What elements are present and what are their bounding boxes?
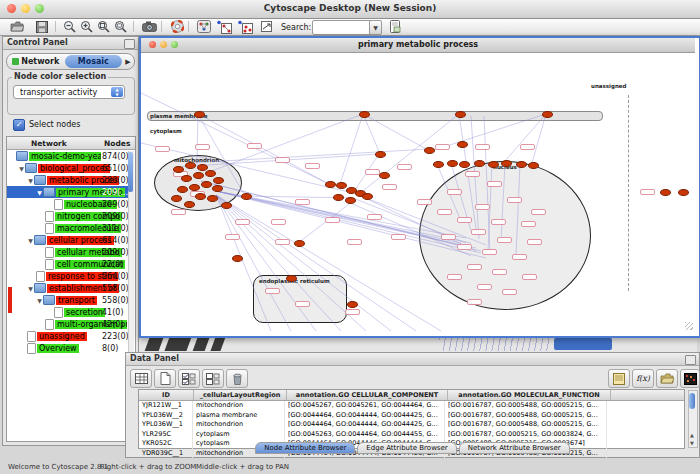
graph-node[interactable] xyxy=(333,194,344,201)
table-cell[interactable]: [GO:0016787, GO:0005488, GO:0005215, G..… xyxy=(445,401,607,411)
hide-selected-nodes-icon[interactable] xyxy=(236,19,254,34)
table-cell[interactable]: cytoplasm xyxy=(193,430,285,440)
graph-node[interactable] xyxy=(325,181,336,188)
network-canvas[interactable]: plasma membrane cytoplasm mitochondrion … xyxy=(141,53,695,332)
open-file-icon[interactable] xyxy=(8,19,26,34)
tree-row-cellular-process[interactable]: ▼cellular process614(0) xyxy=(7,234,129,246)
graph-node[interactable] xyxy=(678,189,689,196)
table-cell[interactable]: YJR121W__1 xyxy=(139,401,193,411)
table-cell[interactable]: YPL036W__2 xyxy=(139,411,193,421)
tree-expander-icon[interactable]: ▼ xyxy=(36,189,43,196)
create-attribute-icon[interactable] xyxy=(154,369,176,388)
table-scrollbar[interactable]: ▲ ▼ xyxy=(688,390,698,448)
table-cell[interactable]: plasma membrane xyxy=(193,411,285,421)
graph-node[interactable] xyxy=(457,141,468,148)
graph-node[interactable] xyxy=(528,162,539,169)
graph-node[interactable] xyxy=(213,177,224,184)
column-header-3[interactable]: annotation.GO MOLECULAR_FUNCTION xyxy=(448,390,611,400)
table-scrollbar-thumb[interactable] xyxy=(689,393,695,409)
network-window-titlebar[interactable]: primary metabolic process xyxy=(141,38,695,53)
graph-node[interactable] xyxy=(173,166,184,173)
tree-row-macromolecule[interactable]: macromolecule311(0) xyxy=(7,222,129,234)
tree-row-establishment-of-lo[interactable]: ▼establishment of lo558(0) xyxy=(7,282,129,294)
matrix-view-icon[interactable] xyxy=(680,369,700,388)
tab-network-attribute-browser[interactable]: Network Attribute Browser xyxy=(459,442,570,454)
graph-node[interactable] xyxy=(193,172,204,179)
tree-scrollbar-thumb[interactable] xyxy=(128,152,133,192)
graph-node[interactable] xyxy=(212,185,223,192)
graph-node[interactable] xyxy=(205,170,216,177)
tree-row-unassigned[interactable]: unassigned223(0) xyxy=(7,330,129,342)
graph-node[interactable] xyxy=(194,111,205,118)
notepad-icon[interactable] xyxy=(608,369,630,388)
tree-row-response-to-stimul[interactable]: response to stimul264(0) xyxy=(7,270,129,282)
table-cell[interactable]: [GO:0044464, GO:0044444, GO:0044425, G..… xyxy=(285,411,445,421)
tabs-overflow-arrow[interactable]: ▶ xyxy=(122,58,134,66)
graph-node[interactable] xyxy=(171,195,182,202)
save-session-icon[interactable] xyxy=(33,19,51,34)
column-header-1[interactable]: _cellularLayoutRegion xyxy=(194,390,287,400)
column-header-0[interactable]: ID xyxy=(139,390,194,400)
tree-row-overview[interactable]: Overview8(0) xyxy=(7,342,129,354)
tree-row-cell-communicat[interactable]: cell communicat22(0) xyxy=(7,258,129,270)
graph-node[interactable] xyxy=(359,111,370,118)
hide-selected-edges-icon[interactable] xyxy=(215,19,233,34)
import-attributes-icon[interactable] xyxy=(656,369,678,388)
snapshot-camera-icon[interactable] xyxy=(140,19,158,34)
graph-node[interactable] xyxy=(345,197,356,204)
zoom-out-icon[interactable] xyxy=(60,19,78,34)
float-panel-icon[interactable] xyxy=(685,355,696,365)
table-row[interactable]: YLR295Ccytoplasm[GO:0045263, GO:0044464,… xyxy=(139,430,684,440)
graph-node[interactable] xyxy=(232,255,243,262)
graph-node[interactable] xyxy=(181,175,192,182)
graph-node[interactable] xyxy=(375,151,386,158)
select-node-attributes-icon[interactable] xyxy=(178,369,200,388)
table-cell[interactable]: [GO:0044464, GO:0044444, GO:0044425, G..… xyxy=(285,420,445,430)
search-dropdown-button[interactable]: ▼ xyxy=(369,20,382,35)
delete-attribute-icon[interactable] xyxy=(226,369,248,388)
graph-node[interactable] xyxy=(195,193,206,200)
tree-expander-icon[interactable]: ▼ xyxy=(36,297,43,304)
tree-row-primary-metabo[interactable]: ▼primary metabo209(... xyxy=(7,186,129,198)
table-cell[interactable]: YPL036W__1 xyxy=(139,420,193,430)
tree-row-multi-organism-pro[interactable]: multi-organism pro42(0) xyxy=(7,318,129,330)
graph-node[interactable] xyxy=(207,195,218,202)
table-row[interactable]: YPL036W__2plasma membrane[GO:0044464, GO… xyxy=(139,411,684,421)
tree-expander-icon[interactable]: ▼ xyxy=(27,285,34,292)
table-cell[interactable]: [GO:0016787, GO:0005215, GO:0003824, G..… xyxy=(445,430,607,440)
zoom-selected-region-icon[interactable] xyxy=(94,19,112,34)
graph-node[interactable] xyxy=(189,184,200,191)
graph-node[interactable] xyxy=(177,186,188,193)
graph-node[interactable] xyxy=(241,193,252,200)
attribute-table-icon[interactable] xyxy=(130,369,152,388)
table-cell[interactable]: mitochondrion xyxy=(193,420,285,430)
tree-row-nitrogen-compo[interactable]: nitrogen compo209(0) xyxy=(7,210,129,222)
graph-node[interactable] xyxy=(542,111,553,118)
table-cell[interactable]: [GO:0016787, GO:0005488, GO:0005215, G..… xyxy=(445,420,607,430)
graph-node[interactable] xyxy=(185,162,196,169)
graph-node[interactable] xyxy=(459,161,470,168)
tree-row-biological-process[interactable]: ▼biological_process651(0) xyxy=(7,162,129,174)
table-row[interactable]: YPL036W__1mitochondrion[GO:0044464, GO:0… xyxy=(139,420,684,430)
table-cell[interactable]: YLR295C xyxy=(139,430,193,440)
search-input[interactable] xyxy=(312,20,374,35)
zoom-fit-icon[interactable] xyxy=(111,19,129,34)
formula-builder-icon[interactable]: f(x) xyxy=(632,369,654,388)
tree-row-cellular-metabo[interactable]: cellular metabo209(0) xyxy=(7,246,129,258)
graph-node[interactable] xyxy=(286,275,297,282)
graph-node[interactable] xyxy=(336,182,347,189)
tree-column-nodes[interactable]: Nodes xyxy=(104,139,130,148)
graph-node[interactable] xyxy=(184,201,195,208)
help-lifesaver-icon[interactable] xyxy=(168,19,186,34)
graph-node[interactable] xyxy=(201,181,212,188)
graph-node[interactable] xyxy=(294,240,305,247)
tree-row-metabolic-process[interactable]: ▼metabolic process280(0) xyxy=(7,174,129,186)
scroll-up-arrow[interactable]: ▲ xyxy=(689,432,695,439)
vizmapper-icon[interactable] xyxy=(195,19,213,34)
tab-mosaic[interactable]: Mosaic xyxy=(65,55,123,68)
import-table-icon[interactable] xyxy=(386,19,404,34)
graph-node[interactable] xyxy=(379,172,390,179)
table-cell[interactable]: mitochondrion xyxy=(193,401,285,411)
graph-node[interactable] xyxy=(221,202,232,209)
graph-node[interactable] xyxy=(447,160,458,167)
